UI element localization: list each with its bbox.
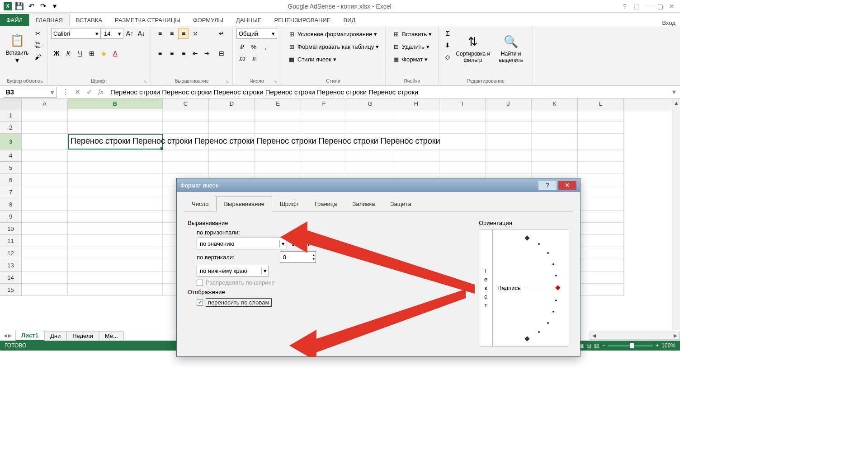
col-header[interactable]: K [532,98,578,109]
wrap-text-checkbox[interactable]: переносить по словам [197,298,470,307]
increase-indent-icon[interactable]: ⇥ [202,48,212,59]
cell[interactable] [578,211,624,223]
orientation-icon[interactable]: ⤭ [190,28,201,39]
cell[interactable] [22,122,68,134]
sheet-nav-next-icon[interactable]: ▸ [8,331,12,340]
bold-button[interactable]: Ж [51,48,62,59]
horizontal-scrollbar[interactable]: ◂▸ [590,332,680,340]
cell[interactable] [22,174,68,186]
cell[interactable] [486,150,532,162]
cell[interactable] [255,150,301,162]
font-name-dropdown[interactable]: Calibri▾ [51,28,101,39]
fill-color-icon[interactable]: ◆ [98,48,109,59]
cell[interactable] [486,122,532,134]
cell[interactable] [301,122,347,134]
cell[interactable] [347,109,393,122]
col-header[interactable]: J [486,98,532,109]
cell[interactable] [22,134,68,150]
border-icon[interactable]: ⊞ [86,48,97,59]
scroll-right-icon[interactable]: ▸ [671,332,679,339]
cell[interactable] [22,109,68,122]
col-header[interactable]: A [22,98,68,109]
cell[interactable] [578,186,624,198]
row-header[interactable]: 15 [0,284,22,296]
cell[interactable] [22,259,68,271]
launcher-icon[interactable]: ↘ [225,79,229,84]
tab-review[interactable]: РЕЦЕНЗИРОВАНИЕ [268,14,337,26]
cell[interactable] [393,109,439,122]
cell[interactable] [393,150,439,162]
cell[interactable] [68,223,163,235]
conditional-formatting-button[interactable]: ⊞Условное форматирование ▾ [285,28,382,40]
save-icon[interactable]: 💾 [14,1,24,11]
cell[interactable] [163,122,209,134]
cell[interactable] [22,211,68,223]
cell[interactable] [22,271,68,284]
delete-button[interactable]: ⊟Удалить ▾ [389,41,434,52]
scroll-up-icon[interactable]: ▴ [672,98,680,107]
view-page-break-icon[interactable]: ▥ [594,342,599,349]
formula-input[interactable]: Перенос строки Перенос строки Перенос ст… [107,88,668,96]
cell[interactable] [163,150,209,162]
maximize-icon[interactable]: ▢ [655,2,665,11]
col-header[interactable]: I [439,98,486,109]
cell[interactable] [439,150,486,162]
tab-page-layout[interactable]: РАЗМЕТКА СТРАНИЦЫ [108,14,187,26]
fill-icon[interactable]: ⬇ [442,40,453,51]
row-header[interactable]: 8 [0,198,22,211]
font-size-dropdown[interactable]: 14▾ [102,28,123,39]
cell[interactable] [22,284,68,296]
cell[interactable] [578,247,624,259]
cell[interactable] [163,162,209,174]
dialog-tab-border[interactable]: Граница [307,197,345,211]
format-as-table-button[interactable]: ⊞Форматировать как таблицу ▾ [285,41,382,52]
currency-icon[interactable]: ₽ [236,42,247,52]
help-icon[interactable]: ? [619,2,630,11]
cell[interactable] [578,122,624,134]
cell[interactable] [532,109,578,122]
sort-filter-button[interactable]: ⇅ Сортировка и фильтр [455,28,491,70]
dialog-tab-fill[interactable]: Заливка [345,197,383,211]
row-header[interactable]: 1 [0,109,22,122]
align-middle-icon[interactable]: ≡ [166,28,177,39]
tab-home[interactable]: ГЛАВНАЯ [29,14,70,26]
cell[interactable] [68,284,163,296]
cell[interactable] [22,162,68,174]
row-header[interactable]: 14 [0,271,22,284]
autosum-icon[interactable]: Σ [442,28,453,39]
cell[interactable] [255,162,301,174]
cell-styles-button[interactable]: ▦Стили ячеек ▾ [285,53,382,65]
cell[interactable] [209,109,255,122]
login-link[interactable]: Вход [662,19,680,26]
zoom-slider[interactable] [608,345,653,346]
tab-file[interactable]: ФАЙЛ [0,14,29,26]
cancel-icon[interactable]: ✕ [71,87,83,98]
cell[interactable] [68,198,163,211]
align-left-icon[interactable]: ≡ [155,48,165,59]
merge-cells-icon[interactable]: ⊟ [214,48,229,59]
zoom-out-icon[interactable]: − [602,342,605,349]
decrease-font-icon[interactable]: A↓ [136,28,147,39]
cell[interactable] [439,162,486,174]
align-center-icon[interactable]: ≡ [166,48,177,59]
cell[interactable] [578,174,624,186]
undo-icon[interactable]: ↶ [26,1,36,11]
format-painter-icon[interactable]: 🖌 [33,51,43,62]
tab-data[interactable]: ДАННЫЕ [230,14,268,26]
cell[interactable] [347,122,393,134]
cell[interactable] [439,134,486,150]
cell[interactable] [22,235,68,247]
cell[interactable] [439,122,486,134]
sheet-tab[interactable]: Ме... [99,331,124,340]
cell[interactable] [68,109,163,122]
cell[interactable] [209,150,255,162]
cell[interactable] [486,134,532,150]
row-header[interactable]: 9 [0,211,22,223]
select-all-corner[interactable] [0,98,22,109]
row-header[interactable]: 4 [0,150,22,162]
checkbox-checked-icon[interactable] [197,300,203,306]
zoom-in-icon[interactable]: + [656,342,659,349]
cell[interactable] [22,150,68,162]
decrease-indent-icon[interactable]: ⇤ [190,48,201,59]
wrap-text-icon[interactable]: ↵ [214,28,229,39]
